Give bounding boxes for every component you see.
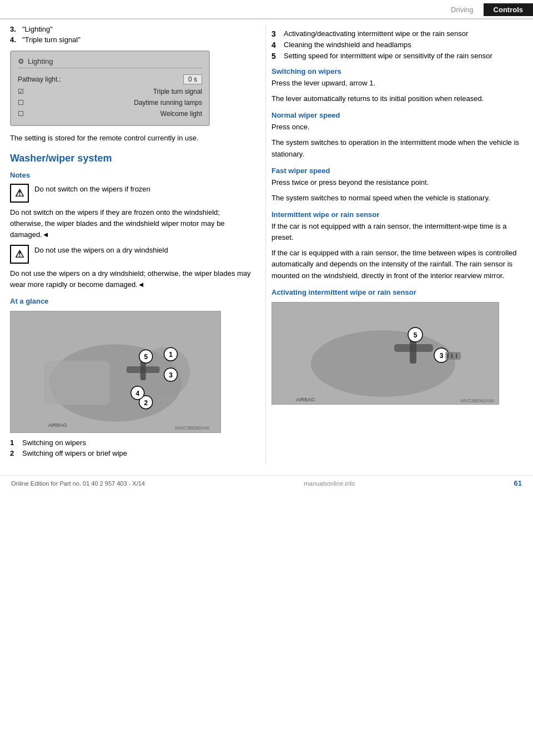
screen-mockup: ⚙ Lighting Pathway light.: 0 s Triple tu… [10,51,210,126]
list-text: Setting speed for intermittent wipe or s… [284,52,492,61]
intermittent-heading: Intermittent wipe or rain sensor [271,210,521,219]
list-num: 4 [271,41,279,49]
right-column: 3 Activating/deactivating intermittent w… [265,25,521,464]
intermittent-text2: If the car is equipped with a rain senso… [271,248,521,281]
tab-controls[interactable]: Controls [484,3,533,16]
list-num: 5 [271,52,279,61]
screen-row-triple: Triple turn signal [18,86,202,97]
svg-text:5: 5 [414,331,418,339]
activating-svg: 3 5 AIRBAG MVC8B060AW [272,303,499,405]
svg-text:AIRBAG: AIRBAG [296,397,315,402]
warning-icon-1: ⚠ [10,184,29,203]
list-text: Switching off wipers or brief wipe [22,449,127,457]
right-image: 3 5 AIRBAG MVC8B060AW [271,302,499,405]
right-intro-list: 3 Activating/deactivating intermittent w… [271,29,521,61]
list-text: Activating/deactivating intermittent wip… [284,29,468,38]
screen-icon: ⚙ [18,57,24,65]
svg-text:2: 2 [144,399,148,407]
svg-rect-3 [44,361,110,405]
screen-row-pathway: Pathway light.: 0 s [18,73,202,86]
page-footer: Online Edition for Part no. 01 40 2 957 … [0,475,533,491]
tab-driving[interactable]: Driving [441,3,483,16]
warning-detail-1: Do not switch on the wipers if they are … [10,207,252,240]
list-text: "Lighting" [22,25,53,33]
screen-row-label: Daytime running lamps [134,99,202,107]
intermittent-text1: If the car is not equipped with a rain s… [271,221,521,243]
list-item: 3. "Lighting" [10,25,252,33]
list-num: 1 [10,439,18,447]
footer-text: Online Edition for Part no. 01 40 2 957 … [11,480,145,487]
footer-page: 61 [514,479,522,487]
list-item: 2 Switching off wipers or brief wipe [10,449,252,457]
glance-svg: 1 2 3 4 5 WMC8B060AW AIRBAG [11,311,220,433]
warning-detail-2: Do not use the wipers on a dry windshiel… [10,268,252,290]
fast-speed-heading: Fast wiper speed [271,167,521,175]
list-item: 1 Switching on wipers [10,439,252,447]
svg-text:5: 5 [144,353,148,361]
screen-row-label: Triple turn signal [153,88,202,95]
left-column: 3. "Lighting" 4. "Triple turn signal" ⚙ … [10,25,265,464]
footer-watermark: manualsonline.info [304,480,355,487]
glance-image: 1 2 3 4 5 WMC8B060AW AIRBAG [10,311,221,433]
warning-text-2: Do not use the wipers on a dry windshiel… [34,245,168,256]
switching-on-text2: The lever automatically returns to its i… [271,93,521,104]
page-body: 3. "Lighting" 4. "Triple turn signal" ⚙ … [0,25,533,464]
svg-text:1: 1 [169,351,173,359]
list-item: 4 Cleaning the windshield and headlamps [271,41,521,49]
list-num: 2 [10,449,18,457]
normal-speed-text1: Press once. [271,122,521,133]
svg-text:WMC8B060AW: WMC8B060AW [175,426,210,431]
section-heading-washer: Washer/wiper system [10,153,252,164]
page-header: Driving Controls [0,0,533,19]
normal-speed-heading: Normal wiper speed [271,111,521,119]
svg-text:3: 3 [440,352,444,360]
switching-on-heading: Switching on wipers [271,67,521,75]
screen-row-label: Pathway light.: [18,75,61,83]
warning-box-1: ⚠ Do not switch on the wipers if frozen [10,184,252,203]
list-item: 5 Setting speed for intermittent wipe or… [271,52,521,61]
screen-title: ⚙ Lighting [18,57,202,68]
list-item: 4. "Triple turn signal" [10,36,252,44]
list-num: 4. [10,36,18,44]
car-image: 1 2 3 4 5 WMC8B060AW AIRBAG [11,311,220,432]
caption-text: The setting is stored for the remote con… [10,133,252,144]
list-num: 3 [271,29,279,38]
activating-heading: Activating intermittent wipe or rain sen… [271,288,521,296]
header-tabs: Driving Controls [441,3,533,16]
intro-list: 3. "Lighting" 4. "Triple turn signal" [10,25,252,44]
list-text: Cleaning the windshield and headlamps [284,41,411,49]
switching-on-text1: Press the lever upward, arrow 1. [271,78,521,89]
svg-text:MVC8B060AW: MVC8B060AW [461,398,495,404]
list-num: 3. [10,25,18,33]
svg-text:AIRBAG: AIRBAG [48,423,67,429]
screen-row-label: Welcome light [160,110,202,118]
warning-text-1: Do not switch on the wipers if frozen [34,184,150,195]
list-text: "Triple turn signal" [22,36,81,44]
svg-text:3: 3 [169,371,173,379]
notes-heading: Notes [10,171,252,179]
screen-row-value: 0 s [183,74,202,84]
list-text: Switching on wipers [22,439,86,447]
warning-box-2: ⚠ Do not use the wipers on a dry windshi… [10,245,252,264]
list-item: 3 Activating/deactivating intermittent w… [271,29,521,38]
fast-speed-text1: Press twice or press beyond the resistan… [271,177,521,188]
screen-row-daytime: Daytime running lamps [18,97,202,108]
screen-row-welcome: Welcome light [18,108,202,119]
svg-point-19 [311,330,455,397]
normal-speed-text2: The system switches to operation in the … [271,137,521,159]
glance-items-list: 1 Switching on wipers 2 Switching off wi… [10,439,252,457]
warning-icon-2: ⚠ [10,245,29,264]
fast-speed-text2: The system switches to normal speed when… [271,193,521,204]
at-a-glance-heading: At a glance [10,297,252,305]
screen-title-text: Lighting [28,57,53,65]
svg-text:4: 4 [135,390,139,397]
